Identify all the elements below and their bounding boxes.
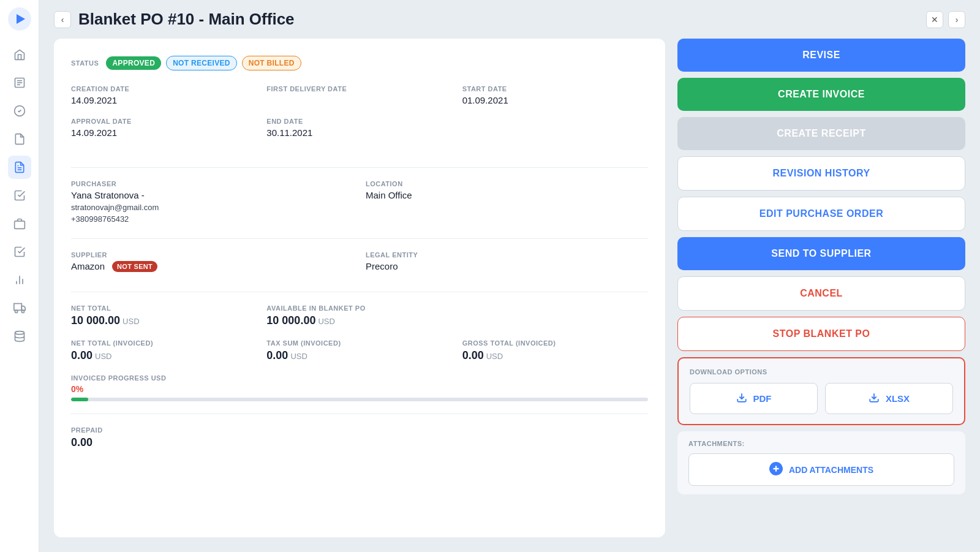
sidebar	[0, 0, 39, 552]
action-panel: REVISE CREATE INVOICE CREATE RECEIPT REV…	[677, 39, 965, 537]
net-total-invoiced-value: 0.00USD	[71, 349, 257, 362]
download-xlsx-icon	[869, 392, 880, 405]
revision-history-button[interactable]: REVISION HISTORY	[677, 156, 965, 191]
pdf-label: PDF	[753, 393, 772, 404]
net-total-invoiced-label: NET TOTAL (INVOICED)	[71, 339, 257, 347]
attachments-title: ATTACHMENTS:	[688, 440, 954, 447]
sidebar-item-reports[interactable]	[8, 268, 31, 292]
sidebar-item-purchase-orders[interactable]	[8, 156, 31, 179]
svg-point-16	[21, 310, 24, 312]
download-section: DOWNLOAD OPTIONS PDF XLSX	[677, 357, 965, 425]
legal-entity-block: LEGAL ENTITY Precoro	[366, 251, 648, 277]
location-block: LOCATION Main Office	[366, 180, 648, 224]
sidebar-item-database[interactable]	[8, 325, 31, 348]
first-delivery-date-label: FIRST DELIVERY DATE	[266, 85, 452, 93]
approval-date-block: APPROVAL DATE 14.09.2021	[71, 118, 257, 138]
main-content: ‹ Blanket PO #10 - Main Office ✕ › STATU…	[39, 0, 980, 552]
supplier-row: Amazon NOT SENT	[71, 261, 353, 272]
net-total-invoiced-block: NET TOTAL (INVOICED) 0.00USD	[71, 339, 257, 362]
supplier-name: Amazon	[71, 261, 105, 271]
svg-marker-14	[21, 306, 25, 311]
add-attachments-label: ADD ATTACHMENTS	[789, 465, 873, 475]
cancel-button[interactable]: CANCEL	[677, 276, 965, 311]
location-value: Main Office	[366, 190, 648, 200]
start-date-label: START DATE	[462, 85, 648, 93]
tax-sum-invoiced-label: TAX SUM (INVOICED)	[266, 339, 452, 347]
svg-point-15	[15, 310, 17, 312]
available-blanket-po-block: AVAILABLE IN BLANKET PO 10 000.00USD	[266, 304, 452, 327]
xlsx-download-button[interactable]: XLSX	[825, 383, 953, 414]
revise-button[interactable]: REVISE	[677, 39, 965, 72]
divider-3	[71, 292, 648, 292]
end-date-value: 30.11.2021	[266, 127, 452, 138]
supplier-status-badge: NOT SENT	[112, 261, 157, 272]
back-button[interactable]: ‹	[54, 11, 71, 28]
invoiced-progress-pct: 0%	[71, 384, 648, 394]
supplier-legal-grid: SUPPLIER Amazon NOT SENT LEGAL ENTITY Pr…	[71, 251, 648, 277]
sidebar-item-home[interactable]	[8, 43, 31, 66]
create-invoice-button[interactable]: CREATE INVOICE	[677, 78, 965, 111]
download-pdf-icon	[736, 392, 747, 405]
tax-sum-invoiced-block: TAX SUM (INVOICED) 0.00USD	[266, 339, 452, 362]
svg-rect-9	[14, 221, 24, 229]
status-label: STATUS	[71, 59, 99, 67]
attachments-section: ATTACHMENTS: ADD ATTACHMENTS	[677, 431, 965, 494]
invoiced-progress-section: INVOICED PROGRESS USD 0%	[71, 374, 648, 401]
purchaser-label: PURCHASER	[71, 180, 353, 187]
end-date-block: END DATE 30.11.2021	[266, 118, 452, 138]
create-receipt-button[interactable]: CREATE RECEIPT	[677, 117, 965, 150]
edit-purchase-order-button[interactable]: EDIT PURCHASE ORDER	[677, 197, 965, 231]
prepaid-label: PREPAID	[71, 426, 648, 434]
detail-card: STATUS APPROVED NOT RECEIVED NOT BILLED …	[54, 39, 665, 537]
send-to-supplier-button[interactable]: SEND TO SUPPLIER	[677, 237, 965, 270]
sidebar-item-approvals[interactable]	[8, 99, 31, 123]
svg-point-17	[15, 331, 24, 335]
divider-1	[71, 167, 648, 168]
sidebar-item-delivery[interactable]	[8, 297, 31, 320]
close-button[interactable]: ✕	[926, 11, 943, 28]
purchaser-phone: +380998765432	[71, 214, 353, 224]
invoiced-progress-label: INVOICED PROGRESS USD	[71, 374, 648, 382]
first-delivery-date-block: FIRST DELIVERY DATE	[266, 85, 452, 105]
add-attachments-button[interactable]: ADD ATTACHMENTS	[688, 453, 954, 486]
creation-date-value: 14.09.2021	[71, 95, 257, 105]
legal-entity-label: LEGAL ENTITY	[366, 251, 648, 259]
purchaser-name: Yana Stratonova -	[71, 190, 353, 200]
net-total-block: NET TOTAL 10 000.00USD	[71, 304, 257, 327]
financials-grid: NET TOTAL 10 000.00USD AVAILABLE IN BLAN…	[71, 304, 648, 327]
stop-blanket-po-button[interactable]: STOP BLANKET PO	[677, 317, 965, 351]
sidebar-item-orders[interactable]	[8, 71, 31, 94]
page-title: Blanket PO #10 - Main Office	[78, 10, 919, 29]
sidebar-item-inventory[interactable]	[8, 212, 31, 235]
sidebar-item-verified[interactable]	[8, 184, 31, 207]
content-area: STATUS APPROVED NOT RECEIVED NOT BILLED …	[39, 39, 980, 552]
end-date-label: END DATE	[266, 118, 452, 125]
sidebar-item-receipts[interactable]	[8, 240, 31, 263]
sidebar-item-documents[interactable]	[8, 127, 31, 151]
purchaser-block: PURCHASER Yana Stratonova - stratonovajn…	[71, 180, 353, 224]
location-label: LOCATION	[366, 180, 648, 187]
pdf-download-button[interactable]: PDF	[690, 383, 818, 414]
divider-2	[71, 238, 648, 239]
back-icon: ‹	[61, 15, 64, 25]
prepaid-value: 0.00	[71, 436, 648, 449]
start-date-block: START DATE 01.09.2021	[462, 85, 648, 105]
approval-date-label: APPROVAL DATE	[71, 118, 257, 125]
net-total-label: NET TOTAL	[71, 304, 257, 312]
header: ‹ Blanket PO #10 - Main Office ✕ ›	[39, 0, 980, 39]
forward-button[interactable]: ›	[948, 11, 965, 28]
gross-total-invoiced-block: GROSS TOTAL (INVOICED) 0.00USD	[462, 339, 648, 362]
header-actions: ✕ ›	[926, 11, 965, 28]
gross-total-invoiced-label: GROSS TOTAL (INVOICED)	[462, 339, 648, 347]
download-title: DOWNLOAD OPTIONS	[690, 368, 953, 376]
progress-bar-bg	[71, 398, 648, 401]
creation-date-label: CREATION DATE	[71, 85, 257, 93]
purchaser-location-grid: PURCHASER Yana Stratonova - stratonovajn…	[71, 180, 648, 224]
prepaid-section: PREPAID 0.00	[71, 426, 648, 449]
app-logo[interactable]	[8, 7, 31, 31]
divider-4	[71, 414, 648, 414]
add-attachment-icon	[769, 462, 783, 477]
progress-bar-fill	[71, 398, 88, 401]
status-badge-approved: APPROVED	[106, 56, 161, 70]
svg-rect-13	[13, 304, 21, 311]
